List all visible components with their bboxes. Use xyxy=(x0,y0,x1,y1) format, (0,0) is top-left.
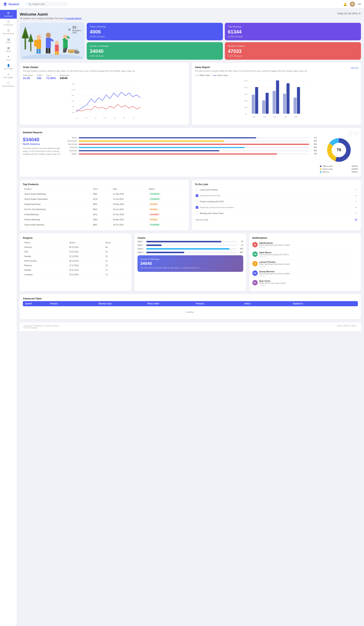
sidebar-item-ui-elements[interactable]: ◫ UI Elements › xyxy=(0,19,17,27)
todo-checkbox[interactable]: ✓ xyxy=(196,206,198,209)
status-badge: Completed xyxy=(149,198,161,200)
notif-content: Isabella Becker Sales dashboard have bee… xyxy=(259,242,358,248)
top-bar-center: 🔍 xyxy=(26,2,343,6)
stat-label-2: Number of Meetings xyxy=(90,45,220,47)
todo-close-icon[interactable]: ✕ xyxy=(355,200,357,203)
detail-amount: $34040 xyxy=(23,137,61,143)
svg-rect-70 xyxy=(283,94,286,114)
svg-text:5$: 5$ xyxy=(245,113,247,115)
bell-icon[interactable]: 🔔 xyxy=(343,2,347,6)
bar-value: 687 xyxy=(238,251,243,253)
bar-illinois: Illinois 713 xyxy=(64,137,317,139)
app-name: Skydash xyxy=(8,3,19,6)
next-arrow[interactable]: › xyxy=(354,131,358,135)
sidebar-item-icons[interactable]: ✦ Icons › xyxy=(0,54,17,62)
top-products-title: Top Products xyxy=(23,183,186,186)
sidebar-item-dashboard[interactable]: ⊞ Dashboard xyxy=(0,10,17,19)
sidebar-item-form-elements[interactable]: ☰ Form elements › xyxy=(0,27,17,36)
svg-rect-2 xyxy=(25,38,26,49)
svg-rect-73 xyxy=(297,87,300,114)
notif-name: Leonard Thornton xyxy=(259,261,358,263)
prev-arrow[interactable]: ‹ xyxy=(348,131,353,135)
sort-icon5: ○ xyxy=(251,303,252,305)
svg-text:50: 50 xyxy=(114,117,116,119)
list-item[interactable]: Meeting with Urban Team ✕ xyxy=(195,210,358,216)
notif-avatar: AW xyxy=(252,251,258,257)
todo-close-icon[interactable]: ✕ xyxy=(355,188,357,191)
list-item[interactable]: Project meeting with CEO ✕ xyxy=(195,199,358,204)
todo-input[interactable] xyxy=(196,219,354,221)
chevron-right-icon4: › xyxy=(15,48,16,50)
stat-card-bookings: Today's Bookings 4006 10.00% (30 days) xyxy=(87,23,223,40)
svg-point-17 xyxy=(55,41,59,45)
view-all-link[interactable]: View all xyxy=(351,67,358,69)
sidebar-item-charts[interactable]: 📊 Charts › xyxy=(0,36,17,45)
todo-checkbox[interactable] xyxy=(196,188,198,191)
order-details-title: Order Details xyxy=(23,66,186,69)
metric-users: Users 71.56% xyxy=(46,74,56,80)
detail-region: North America xyxy=(23,143,61,145)
notif-message: You have done a great job #TW111 xyxy=(259,254,358,256)
list-item[interactable]: Level up for Antony ✕ xyxy=(195,187,358,193)
todo-close-icon[interactable]: ✕ xyxy=(355,212,357,215)
svg-rect-15 xyxy=(46,48,48,53)
sidebar-item-user-pages[interactable]: 👤 User Pages › xyxy=(0,62,17,71)
svg-text:76: 76 xyxy=(337,147,341,152)
alert-link[interactable]: 3 unread alerts! xyxy=(64,17,81,20)
search-input[interactable] xyxy=(33,3,61,5)
todo-close-icon[interactable]: ✕ xyxy=(355,194,357,197)
svg-rect-64 xyxy=(252,95,255,114)
list-item[interactable]: ✓ Follow-up of team dila ✕ xyxy=(195,193,358,199)
stat-card-clients: Number of Clients 47033 0.22% (30 days) xyxy=(225,42,361,60)
todo-checkbox[interactable] xyxy=(196,200,198,203)
svg-rect-9 xyxy=(34,40,37,46)
legend-offline: Offline Sales xyxy=(195,74,210,77)
table-row: Montana 17 (1.25%) 25 xyxy=(23,263,128,268)
hero-section: ☀ 31 c Bangalore India xyxy=(20,23,361,60)
table-row: Display Advertising $551 28 Sep 2018 Pen… xyxy=(23,202,186,207)
notif-time: 9:30 am xyxy=(259,246,358,248)
tables-icon: ▦ xyxy=(7,46,10,49)
list-item[interactable]: ✓ Duplicate a project for new customer ✕ xyxy=(195,204,358,210)
todo-checkbox[interactable]: ✓ xyxy=(196,194,198,197)
notif-content: George Morrison Sales dashboard have bee… xyxy=(259,271,358,277)
stat-change-2: 2.00% (30 days) xyxy=(90,55,220,57)
add-task-icon[interactable]: ⊕ xyxy=(355,218,357,222)
svg-text:5005: 5005 xyxy=(244,80,248,82)
sidebar-label-error: Error pages xyxy=(4,76,13,78)
adv-table-body: Loading... xyxy=(23,308,358,316)
sort-icon3: ○ xyxy=(160,303,161,305)
stat-change-0: 10.00% (30 days) xyxy=(90,36,220,38)
sidebar-item-error-pages[interactable]: ⚠ Error pages › xyxy=(0,71,17,80)
meetings-value: 34040 xyxy=(140,261,240,266)
top-bar-right: 🔔 A ••• xyxy=(343,1,361,7)
sales-title: Sales Report xyxy=(195,66,210,69)
bar-track xyxy=(146,244,237,246)
svg-rect-69 xyxy=(276,80,279,114)
table-row: Ohio 54 (3.25%) 51 xyxy=(23,250,128,254)
col-price: Price xyxy=(92,187,112,192)
stat-change-3: 0.22% (30 days) xyxy=(228,55,358,57)
todo-checkbox[interactable] xyxy=(196,212,198,215)
svg-rect-65 xyxy=(255,87,258,114)
svg-text:30: 30 xyxy=(95,117,97,119)
notif-message: Sales dashboard have been created xyxy=(259,273,358,275)
status-badge: Pending xyxy=(149,208,159,211)
svg-text:1200: 1200 xyxy=(72,83,75,85)
top-bar: Skydash 🔍 🔔 A ••• xyxy=(0,0,364,8)
avatar[interactable]: A xyxy=(350,1,355,7)
sidebar-item-documentation[interactable]: 📄 Documentation xyxy=(0,80,17,89)
adv-col-business: Business type ○ xyxy=(99,303,146,305)
proj-col-users: Users xyxy=(104,240,128,245)
svg-text:Mar: Mar xyxy=(274,116,277,118)
todo-close-icon[interactable]: ✕ xyxy=(355,206,357,209)
sidebar-item-tables[interactable]: ▦ Tables › xyxy=(0,45,17,54)
svg-point-30 xyxy=(75,50,77,53)
notif-name: George Morrison xyxy=(259,271,358,273)
todo-add-row: ⊕ xyxy=(195,216,358,223)
more-icon[interactable]: ••• xyxy=(358,2,361,6)
stat-value-3: 47033 xyxy=(228,48,358,54)
search-box[interactable]: 🔍 xyxy=(26,2,68,6)
date-badge[interactable]: Today (10 Jan 2021) ▼ xyxy=(337,12,361,15)
advanced-table-title: Advanced Table xyxy=(23,297,358,300)
